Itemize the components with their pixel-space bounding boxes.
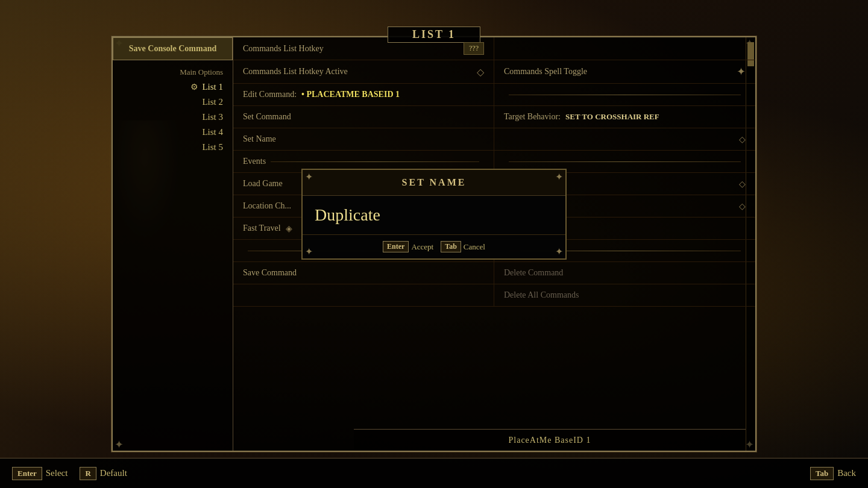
row-save-delete: Save Command Delete Command xyxy=(233,262,755,284)
footer-select: Enter Select xyxy=(12,467,68,480)
diamond-load-game: ◇ xyxy=(739,179,746,189)
target-behavior-label: Target Behavior: xyxy=(504,112,561,122)
diamond-set-name: ◇ xyxy=(739,134,746,145)
commands-hotkey-label: Commands List Hotkey xyxy=(243,44,324,54)
cell-set-name-right: ◇ xyxy=(494,128,755,150)
spell-toggle-label: Commands Spell Toggle xyxy=(504,67,587,77)
sidebar-item-list5[interactable]: List 5 xyxy=(113,140,233,155)
footer-r-key: R xyxy=(80,467,96,480)
row-set-name: Set Name ◇ xyxy=(233,128,755,151)
cell-edit-right xyxy=(494,84,755,105)
load-game-label: Load Game xyxy=(243,179,283,189)
edit-command-label: Edit Command: xyxy=(243,90,297,99)
cell-target-behavior: Target Behavior: SET TO CROSSHAIR REF xyxy=(494,106,755,128)
cell-set-command: Set Command xyxy=(233,106,494,128)
tab-key: Tab xyxy=(441,241,461,252)
modal-accept-btn[interactable]: Enter Accept xyxy=(383,241,433,252)
events-label: Events xyxy=(243,157,266,166)
footer-tab-key: Tab xyxy=(810,467,834,480)
cell-commands-hotkey-right xyxy=(494,37,755,60)
sidebar-section-label: Main Options xyxy=(113,60,233,80)
save-command-label: Save Command xyxy=(243,268,297,278)
row-edit-command: Edit Command: • PLACEATME BASEID 1 xyxy=(233,84,755,106)
sidebar-header: Save Console Command xyxy=(113,37,233,60)
footer-back-label: Back xyxy=(837,468,856,478)
cell-delete-all: Delete All Commands xyxy=(494,284,755,306)
sidebar-item-label-5: List 5 xyxy=(202,142,223,152)
diamond-location: ◇ xyxy=(739,201,746,211)
modal-corner-br: ✦ xyxy=(555,246,563,257)
sidebar-item-label-1: List 1 xyxy=(202,82,223,92)
accept-label: Accept xyxy=(411,242,433,252)
set-name-label: Set Name xyxy=(243,134,276,144)
footer-back: Tab Back xyxy=(810,467,856,480)
modal-title: SET NAME xyxy=(303,170,565,196)
target-behavior-value: SET TO CROSSHAIR REF xyxy=(565,112,659,122)
cell-delete-all-left xyxy=(233,284,494,306)
cell-edit-command: Edit Command: • PLACEATME BASEID 1 xyxy=(233,84,494,105)
line-deco-events-left xyxy=(271,161,479,162)
modal-corner-bl: ✦ xyxy=(305,246,313,257)
bottom-bar-text: PlaceAtMe BaseID 1 xyxy=(509,436,591,445)
sidebar-item-label-2: List 2 xyxy=(202,97,223,107)
delete-all-label: Delete All Commands xyxy=(504,290,579,300)
sidebar-item-list2[interactable]: List 2 xyxy=(113,95,233,110)
modal-corner-tr: ✦ xyxy=(555,171,563,183)
hotkey-box[interactable]: ??? xyxy=(464,42,484,55)
sidebar-item-list1[interactable]: ⚙ List 1 xyxy=(113,80,233,95)
gear-icon: ⚙ xyxy=(190,82,198,92)
cell-hotkey-active-left: Commands List Hotkey Active ◇ xyxy=(233,60,494,83)
footer-default: R Default xyxy=(80,467,127,480)
footer-default-label: Default xyxy=(100,468,127,478)
footer-enter-key: Enter xyxy=(12,467,42,480)
modal-cancel-btn[interactable]: Tab Cancel xyxy=(441,241,485,252)
bottom-bar: PlaceAtMe BaseID 1 xyxy=(354,429,746,451)
cell-save-command[interactable]: Save Command xyxy=(233,262,494,284)
footer: Enter Select R Default Tab Back xyxy=(0,458,868,488)
row-commands-hotkey: Commands List Hotkey ??? xyxy=(233,37,755,60)
cell-spell-toggle: Commands Spell Toggle ✦ xyxy=(494,60,755,83)
edit-command-value: • PLACEATME BASEID 1 xyxy=(301,90,400,99)
delete-command-label: Delete Command xyxy=(504,268,563,278)
sidebar-item-label-3: List 3 xyxy=(202,112,223,122)
modal-name-input[interactable] xyxy=(315,205,553,225)
footer-select-label: Select xyxy=(46,468,68,478)
fast-travel-label: Fast Travel xyxy=(243,224,281,233)
cross-icon-spell: ✦ xyxy=(737,65,746,78)
sidebar-item-list4[interactable]: List 4 xyxy=(113,125,233,140)
sidebar-item-label-4: List 4 xyxy=(202,127,223,137)
cell-commands-hotkey-left: Commands List Hotkey ??? xyxy=(233,37,494,60)
diamond-fast-travel: ◈ xyxy=(286,224,292,234)
cell-delete-command: Delete Command xyxy=(494,262,755,284)
row-set-command: Set Command Target Behavior: SET TO CROS… xyxy=(233,106,755,128)
set-command-label: Set Command xyxy=(243,112,291,122)
modal-input-area xyxy=(303,196,565,235)
modal-corner-tl: ✦ xyxy=(305,171,313,183)
row-hotkey-active: Commands List Hotkey Active ◇ Commands S… xyxy=(233,60,755,84)
sidebar-item-list3[interactable]: List 3 xyxy=(113,110,233,125)
sidebar: Save Console Command Main Options ⚙ List… xyxy=(113,37,233,451)
modal-footer: Enter Accept Tab Cancel xyxy=(303,235,565,258)
set-name-modal[interactable]: ✦ ✦ ✦ ✦ SET NAME Enter Accept Tab Cancel xyxy=(301,169,567,260)
row-delete-all: Delete All Commands xyxy=(233,284,755,307)
line-deco-edit xyxy=(509,95,741,95)
line-deco-events-right xyxy=(509,161,741,162)
location-label: Location Ch... xyxy=(243,201,291,211)
cell-set-name: Set Name xyxy=(233,128,494,150)
cancel-label: Cancel xyxy=(464,242,485,252)
enter-key: Enter xyxy=(383,241,409,252)
hotkey-active-label: Commands List Hotkey Active xyxy=(243,67,348,77)
diamond-icon-hotkey: ◇ xyxy=(477,66,484,78)
